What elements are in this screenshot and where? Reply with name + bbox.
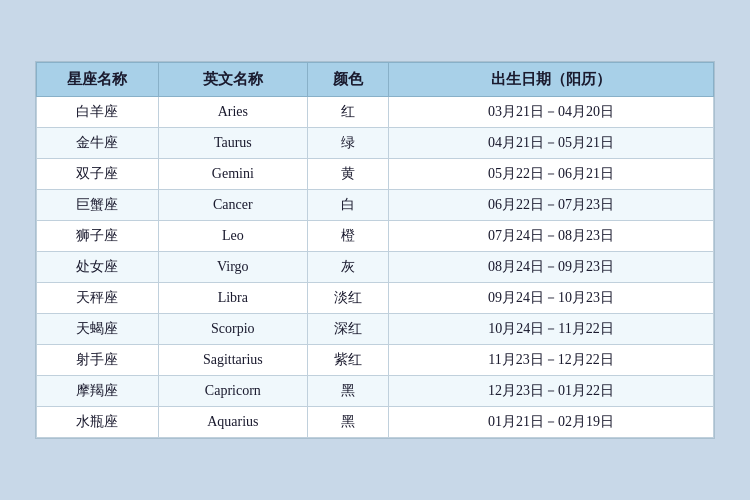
zodiac-table-wrapper: 星座名称 英文名称 颜色 出生日期（阳历） 白羊座Aries红03月21日－04… bbox=[35, 61, 715, 439]
cell-english-name: Taurus bbox=[158, 128, 307, 159]
cell-english-name: Aries bbox=[158, 97, 307, 128]
header-chinese-name: 星座名称 bbox=[37, 63, 159, 97]
cell-chinese-name: 天秤座 bbox=[37, 283, 159, 314]
cell-dates: 01月21日－02月19日 bbox=[389, 407, 714, 438]
cell-chinese-name: 处女座 bbox=[37, 252, 159, 283]
cell-dates: 10月24日－11月22日 bbox=[389, 314, 714, 345]
header-birthdate: 出生日期（阳历） bbox=[389, 63, 714, 97]
cell-color: 黄 bbox=[307, 159, 388, 190]
table-row: 金牛座Taurus绿04月21日－05月21日 bbox=[37, 128, 714, 159]
cell-color: 黑 bbox=[307, 376, 388, 407]
cell-chinese-name: 摩羯座 bbox=[37, 376, 159, 407]
cell-color: 绿 bbox=[307, 128, 388, 159]
cell-color: 黑 bbox=[307, 407, 388, 438]
cell-dates: 08月24日－09月23日 bbox=[389, 252, 714, 283]
cell-dates: 06月22日－07月23日 bbox=[389, 190, 714, 221]
cell-english-name: Virgo bbox=[158, 252, 307, 283]
cell-english-name: Cancer bbox=[158, 190, 307, 221]
table-row: 射手座Sagittarius紫红11月23日－12月22日 bbox=[37, 345, 714, 376]
cell-dates: 05月22日－06月21日 bbox=[389, 159, 714, 190]
cell-chinese-name: 天蝎座 bbox=[37, 314, 159, 345]
cell-color: 红 bbox=[307, 97, 388, 128]
table-row: 巨蟹座Cancer白06月22日－07月23日 bbox=[37, 190, 714, 221]
cell-chinese-name: 水瓶座 bbox=[37, 407, 159, 438]
table-row: 摩羯座Capricorn黑12月23日－01月22日 bbox=[37, 376, 714, 407]
table-header-row: 星座名称 英文名称 颜色 出生日期（阳历） bbox=[37, 63, 714, 97]
table-row: 水瓶座Aquarius黑01月21日－02月19日 bbox=[37, 407, 714, 438]
cell-dates: 03月21日－04月20日 bbox=[389, 97, 714, 128]
cell-color: 灰 bbox=[307, 252, 388, 283]
cell-color: 紫红 bbox=[307, 345, 388, 376]
cell-english-name: Sagittarius bbox=[158, 345, 307, 376]
cell-chinese-name: 双子座 bbox=[37, 159, 159, 190]
cell-english-name: Aquarius bbox=[158, 407, 307, 438]
header-english-name: 英文名称 bbox=[158, 63, 307, 97]
cell-english-name: Scorpio bbox=[158, 314, 307, 345]
cell-dates: 07月24日－08月23日 bbox=[389, 221, 714, 252]
cell-english-name: Gemini bbox=[158, 159, 307, 190]
cell-color: 深红 bbox=[307, 314, 388, 345]
cell-dates: 09月24日－10月23日 bbox=[389, 283, 714, 314]
cell-dates: 04月21日－05月21日 bbox=[389, 128, 714, 159]
cell-chinese-name: 射手座 bbox=[37, 345, 159, 376]
cell-color: 淡红 bbox=[307, 283, 388, 314]
table-row: 处女座Virgo灰08月24日－09月23日 bbox=[37, 252, 714, 283]
cell-chinese-name: 白羊座 bbox=[37, 97, 159, 128]
cell-english-name: Libra bbox=[158, 283, 307, 314]
cell-dates: 11月23日－12月22日 bbox=[389, 345, 714, 376]
cell-chinese-name: 狮子座 bbox=[37, 221, 159, 252]
cell-chinese-name: 巨蟹座 bbox=[37, 190, 159, 221]
cell-color: 白 bbox=[307, 190, 388, 221]
table-row: 白羊座Aries红03月21日－04月20日 bbox=[37, 97, 714, 128]
table-row: 天蝎座Scorpio深红10月24日－11月22日 bbox=[37, 314, 714, 345]
table-row: 天秤座Libra淡红09月24日－10月23日 bbox=[37, 283, 714, 314]
table-body: 白羊座Aries红03月21日－04月20日金牛座Taurus绿04月21日－0… bbox=[37, 97, 714, 438]
cell-chinese-name: 金牛座 bbox=[37, 128, 159, 159]
table-row: 狮子座Leo橙07月24日－08月23日 bbox=[37, 221, 714, 252]
header-color: 颜色 bbox=[307, 63, 388, 97]
cell-english-name: Leo bbox=[158, 221, 307, 252]
cell-color: 橙 bbox=[307, 221, 388, 252]
table-row: 双子座Gemini黄05月22日－06月21日 bbox=[37, 159, 714, 190]
cell-dates: 12月23日－01月22日 bbox=[389, 376, 714, 407]
zodiac-table: 星座名称 英文名称 颜色 出生日期（阳历） 白羊座Aries红03月21日－04… bbox=[36, 62, 714, 438]
cell-english-name: Capricorn bbox=[158, 376, 307, 407]
